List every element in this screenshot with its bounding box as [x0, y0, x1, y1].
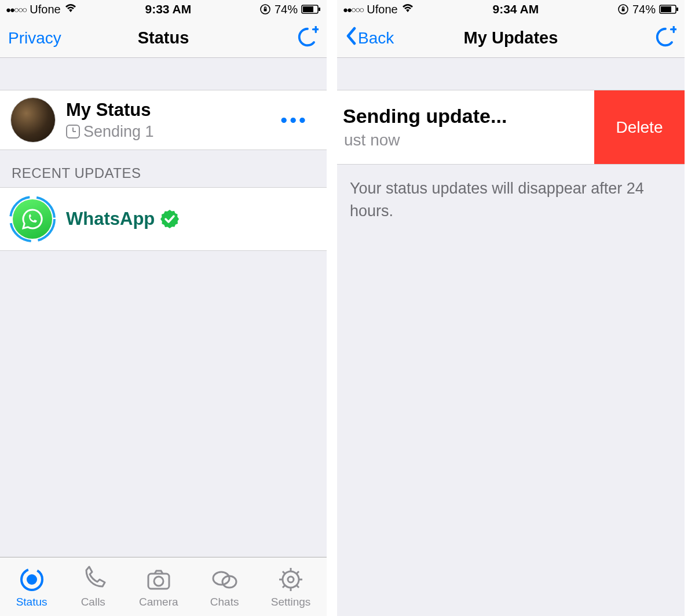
body-fill	[0, 251, 327, 557]
clock-icon	[66, 125, 80, 138]
svg-rect-26	[676, 8, 678, 11]
svg-point-12	[283, 571, 299, 588]
svg-point-13	[288, 577, 294, 582]
svg-line-18	[283, 571, 285, 574]
status-compose-icon	[297, 26, 319, 48]
battery-icon	[659, 5, 679, 14]
tab-chats-label: Chats	[210, 596, 239, 608]
svg-line-21	[297, 571, 299, 574]
screen-my-updates: ●●○○○ Ufone 9:34 AM 74% Back My Updates	[337, 0, 685, 616]
svg-line-19	[297, 585, 299, 588]
status-tab-icon	[18, 566, 46, 593]
my-status-title: My Status	[66, 100, 272, 121]
more-options-button[interactable]: •••	[272, 109, 316, 132]
status-info-text: Your status updates will disappear after…	[337, 165, 685, 235]
my-status-sub-label: Sending 1	[83, 123, 154, 141]
battery-percent-label: 74%	[275, 3, 298, 16]
carrier-label: Ufone	[367, 3, 397, 16]
svg-point-9	[154, 577, 163, 586]
status-compose-icon	[654, 26, 676, 48]
tab-status[interactable]: Status	[16, 566, 47, 608]
tab-camera-label: Camera	[139, 596, 178, 608]
rotation-lock-icon	[617, 3, 629, 15]
chats-icon	[211, 566, 239, 593]
svg-rect-23	[621, 9, 624, 12]
screen-status: ●●○○○ Ufone 9:33 AM 74% Privacy Status	[0, 0, 337, 616]
tab-chats[interactable]: Chats	[210, 566, 239, 608]
spacer	[337, 58, 685, 90]
svg-rect-4	[319, 8, 320, 11]
camera-icon	[145, 566, 173, 593]
wifi-icon	[401, 3, 414, 16]
signal-strength-icon: ●●○○○	[6, 5, 26, 14]
my-status-avatar	[10, 97, 56, 143]
nav-bar: Back My Updates	[337, 19, 685, 58]
status-update-row[interactable]: Sending update... ust now Delete	[337, 90, 685, 165]
ios-status-bar: ●●○○○ Ufone 9:34 AM 74%	[337, 0, 685, 19]
svg-point-10	[213, 572, 229, 585]
status-bar-right: 74%	[617, 3, 679, 16]
tab-settings[interactable]: Settings	[271, 566, 311, 608]
back-label: Back	[358, 29, 394, 48]
recent-updates-header: RECENT UPDATES	[0, 150, 327, 188]
nav-bar: Privacy Status	[0, 19, 327, 58]
compose-status-button[interactable]	[297, 26, 319, 50]
chevron-left-icon	[345, 27, 357, 49]
recent-name-label: WhatsApp	[66, 209, 155, 229]
carrier-label: Ufone	[30, 3, 60, 16]
clock-label: 9:34 AM	[492, 2, 539, 16]
delete-button[interactable]: Delete	[594, 90, 685, 164]
status-bar-left: ●●○○○ Ufone	[343, 3, 414, 16]
gear-icon	[277, 566, 305, 593]
recent-update-name: WhatsApp	[66, 209, 319, 229]
recent-update-row[interactable]: WhatsApp	[0, 188, 327, 251]
clock-label: 9:33 AM	[145, 2, 191, 16]
svg-point-5	[10, 197, 54, 241]
rotation-lock-icon	[259, 3, 271, 15]
battery-percent-label: 74%	[632, 3, 656, 16]
tab-calls[interactable]: Calls	[79, 566, 107, 608]
status-bar-left: ●●○○○ Ufone	[6, 3, 77, 16]
status-update-subtitle: ust now	[337, 131, 577, 150]
ios-status-bar: ●●○○○ Ufone 9:33 AM 74%	[0, 0, 327, 19]
my-status-text: My Status Sending 1	[66, 100, 272, 141]
compose-status-button[interactable]	[654, 26, 676, 50]
status-update-content: Sending update... ust now	[337, 90, 577, 164]
status-bar-right: 74%	[259, 3, 321, 16]
tab-camera[interactable]: Camera	[139, 566, 178, 608]
status-update-title: Sending update...	[343, 105, 507, 127]
my-status-row[interactable]: My Status Sending 1 •••	[0, 90, 327, 150]
tab-settings-label: Settings	[271, 596, 311, 608]
back-button[interactable]: Back	[345, 27, 394, 49]
privacy-button[interactable]: Privacy	[8, 29, 61, 48]
signal-strength-icon: ●●○○○	[343, 5, 363, 14]
phone-icon	[79, 566, 107, 593]
battery-icon	[301, 5, 321, 14]
body-fill	[337, 235, 685, 616]
svg-rect-1	[264, 9, 266, 12]
svg-point-7	[27, 574, 37, 585]
tab-calls-label: Calls	[81, 596, 105, 608]
spacer	[0, 58, 327, 90]
my-status-subtitle: Sending 1	[66, 123, 272, 141]
tab-bar: Status Calls Camera Chats Settings	[0, 557, 327, 616]
svg-rect-25	[661, 6, 671, 12]
svg-line-20	[283, 585, 285, 588]
verified-badge-icon	[160, 210, 179, 228]
wifi-icon	[64, 3, 77, 16]
status-ring	[8, 195, 57, 243]
tab-status-label: Status	[16, 596, 47, 608]
svg-rect-3	[303, 6, 313, 12]
